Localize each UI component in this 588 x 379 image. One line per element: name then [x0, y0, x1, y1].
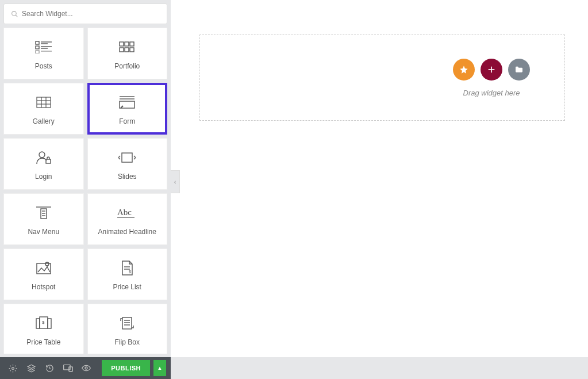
chevron-left-icon: ‹: [174, 178, 176, 185]
slides-icon: [118, 147, 136, 168]
widget-label: Nav Menu: [28, 228, 59, 236]
form-icon: [118, 92, 136, 113]
svg-rect-41: [48, 319, 51, 328]
svg-text:$: $: [42, 320, 45, 325]
eye-icon: [82, 365, 91, 372]
svg-point-24: [39, 152, 45, 158]
svg-rect-16: [37, 97, 51, 108]
svg-rect-2: [36, 41, 39, 44]
hotspot-icon: [36, 258, 51, 278]
drop-hint-text: Drag widget here: [463, 89, 520, 97]
settings-button[interactable]: [5, 360, 21, 376]
widget-label: Animated Headline: [98, 228, 156, 236]
favorite-button[interactable]: [453, 59, 475, 81]
widget-label: Portfolio: [114, 62, 140, 70]
svg-rect-25: [46, 159, 51, 163]
sidebar-collapse-button[interactable]: ‹: [171, 170, 180, 193]
navmenu-icon: [36, 202, 51, 223]
widget-item-pricelist[interactable]: $ Price List: [87, 248, 168, 300]
add-widget-button[interactable]: [481, 59, 502, 81]
widget-label: Login: [35, 173, 52, 181]
search-icon: [11, 10, 18, 18]
svg-rect-40: [36, 319, 40, 328]
navigator-button[interactable]: [23, 360, 39, 376]
folder-icon: [514, 65, 524, 74]
svg-rect-8: [36, 51, 39, 53]
drop-zone[interactable]: Drag widget here: [199, 35, 565, 121]
svg-rect-12: [130, 42, 134, 46]
responsive-icon: [63, 364, 73, 372]
headline-icon: Abc: [117, 202, 137, 223]
svg-rect-43: [122, 317, 132, 329]
svg-rect-10: [120, 42, 124, 46]
template-button[interactable]: [508, 59, 530, 81]
svg-rect-11: [125, 42, 129, 46]
flipbox-icon: [120, 313, 134, 334]
posts-icon: [35, 37, 52, 58]
plus-icon: [487, 65, 496, 74]
widget-item-gallery[interactable]: Gallery: [3, 83, 84, 135]
widget-item-form[interactable]: Form: [87, 83, 168, 135]
svg-rect-5: [36, 46, 39, 49]
widget-item-portfolio[interactable]: Portfolio: [87, 28, 168, 79]
layers-icon: [27, 364, 36, 373]
widget-grid[interactable]: Posts Portfolio: [3, 28, 167, 354]
footer-toolbar: PUBLISH ▲: [0, 357, 171, 379]
widget-label: Price List: [113, 283, 141, 291]
widget-item-slides[interactable]: Slides: [87, 138, 168, 190]
widget-item-navmenu[interactable]: Nav Menu: [3, 193, 84, 245]
pricetable-icon: $: [36, 313, 52, 334]
portfolio-icon: [119, 37, 135, 58]
widget-label: Hotspot: [32, 283, 55, 291]
svg-point-0: [12, 11, 17, 16]
svg-rect-26: [122, 153, 132, 162]
svg-rect-51: [68, 367, 72, 372]
svg-rect-13: [120, 48, 124, 52]
widget-label: Price Table: [26, 338, 60, 346]
svg-point-49: [11, 367, 14, 369]
widget-item-flipbox[interactable]: Flip Box: [87, 304, 168, 354]
publish-options-button[interactable]: ▲: [153, 360, 166, 376]
svg-line-1: [16, 15, 17, 17]
svg-text:Abc: Abc: [117, 208, 132, 217]
history-button[interactable]: [41, 360, 57, 376]
widget-item-posts[interactable]: Posts: [3, 28, 84, 79]
pricelist-icon: $: [121, 258, 133, 278]
widget-item-headline[interactable]: Abc Animated Headline: [87, 193, 168, 245]
widget-label: Slides: [118, 173, 137, 181]
preview-button[interactable]: [78, 360, 94, 376]
widget-label: Gallery: [33, 117, 55, 125]
publish-button[interactable]: PUBLISH: [102, 360, 150, 376]
search-box: [3, 3, 167, 24]
svg-rect-15: [130, 48, 134, 52]
responsive-button[interactable]: [60, 360, 76, 376]
widget-label: Form: [119, 117, 135, 125]
widget-label: Flip Box: [115, 338, 140, 346]
widget-sidebar: Posts Portfolio: [0, 0, 171, 357]
gallery-icon: [36, 92, 51, 113]
history-icon: [45, 364, 54, 373]
widget-label: Posts: [35, 62, 52, 70]
star-icon: [459, 65, 468, 74]
widget-item-login[interactable]: Login: [3, 138, 84, 190]
editor-canvas[interactable]: Drag widget here: [171, 0, 588, 357]
svg-point-35: [45, 262, 49, 266]
search-input[interactable]: [22, 10, 160, 18]
login-icon: [36, 147, 52, 168]
widget-item-hotspot[interactable]: Hotspot: [3, 248, 84, 300]
svg-point-52: [85, 367, 87, 369]
caret-up-icon: ▲: [157, 365, 163, 371]
widget-item-pricetable[interactable]: $ Price Table: [3, 304, 84, 354]
gear-icon: [9, 364, 17, 373]
svg-text:$: $: [129, 270, 131, 274]
svg-rect-14: [125, 48, 129, 52]
drop-zone-controls: Drag widget here: [453, 59, 530, 97]
